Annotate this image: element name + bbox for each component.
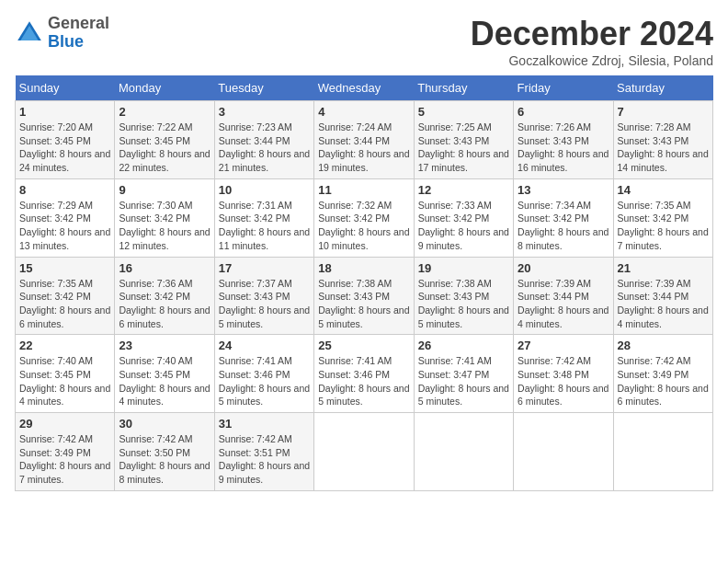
logo-blue: Blue — [48, 33, 109, 52]
title-block: December 2024 Goczalkowice Zdroj, Silesi… — [471, 15, 713, 68]
location: Goczalkowice Zdroj, Silesia, Poland — [471, 53, 713, 68]
calendar-cell: 4Sunrise: 7:24 AM Sunset: 3:44 PM Daylig… — [314, 101, 414, 179]
day-number: 22 — [19, 339, 110, 352]
calendar-cell: 5Sunrise: 7:25 AM Sunset: 3:43 PM Daylig… — [414, 101, 513, 179]
header-cell-wednesday: Wednesday — [314, 75, 414, 101]
calendar-cell: 23Sunrise: 7:40 AM Sunset: 3:45 PM Dayli… — [115, 335, 214, 413]
day-number: 27 — [518, 339, 609, 352]
day-number: 4 — [318, 105, 409, 119]
day-info: Sunrise: 7:24 AM Sunset: 3:44 PM Dayligh… — [318, 121, 409, 175]
day-info: Sunrise: 7:35 AM Sunset: 3:42 PM Dayligh… — [618, 199, 709, 253]
calendar-cell: 29Sunrise: 7:42 AM Sunset: 3:49 PM Dayli… — [16, 413, 115, 491]
day-info: Sunrise: 7:38 AM Sunset: 3:43 PM Dayligh… — [418, 277, 509, 331]
calendar-cell: 26Sunrise: 7:41 AM Sunset: 3:47 PM Dayli… — [414, 335, 513, 413]
header-cell-friday: Friday — [514, 75, 613, 101]
calendar-cell — [314, 413, 414, 491]
day-number: 12 — [418, 183, 509, 197]
day-info: Sunrise: 7:39 AM Sunset: 3:44 PM Dayligh… — [618, 277, 709, 331]
day-number: 18 — [318, 261, 409, 275]
day-number: 7 — [618, 105, 709, 119]
day-info: Sunrise: 7:22 AM Sunset: 3:45 PM Dayligh… — [119, 121, 210, 175]
calendar-week-1: 1Sunrise: 7:20 AM Sunset: 3:45 PM Daylig… — [16, 101, 713, 179]
logo: General Blue — [15, 15, 109, 52]
day-info: Sunrise: 7:40 AM Sunset: 3:45 PM Dayligh… — [119, 354, 210, 408]
calendar-cell: 8Sunrise: 7:29 AM Sunset: 3:42 PM Daylig… — [16, 178, 115, 257]
day-number: 15 — [19, 261, 110, 275]
calendar-body: 1Sunrise: 7:20 AM Sunset: 3:45 PM Daylig… — [16, 101, 713, 491]
calendar-cell: 6Sunrise: 7:26 AM Sunset: 3:43 PM Daylig… — [514, 101, 613, 179]
day-info: Sunrise: 7:25 AM Sunset: 3:43 PM Dayligh… — [418, 121, 509, 175]
day-info: Sunrise: 7:42 AM Sunset: 3:48 PM Dayligh… — [518, 354, 609, 408]
day-number: 11 — [318, 183, 409, 197]
day-info: Sunrise: 7:30 AM Sunset: 3:42 PM Dayligh… — [119, 199, 210, 253]
calendar-cell: 22Sunrise: 7:40 AM Sunset: 3:45 PM Dayli… — [16, 335, 115, 413]
calendar-cell: 28Sunrise: 7:42 AM Sunset: 3:49 PM Dayli… — [613, 335, 712, 413]
calendar-week-3: 15Sunrise: 7:35 AM Sunset: 3:42 PM Dayli… — [16, 257, 713, 335]
day-info: Sunrise: 7:41 AM Sunset: 3:46 PM Dayligh… — [219, 354, 310, 408]
header-cell-sunday: Sunday — [16, 75, 115, 101]
day-number: 21 — [618, 261, 709, 275]
calendar-cell — [414, 413, 513, 491]
calendar-cell: 11Sunrise: 7:32 AM Sunset: 3:42 PM Dayli… — [314, 178, 414, 257]
calendar-cell: 17Sunrise: 7:37 AM Sunset: 3:43 PM Dayli… — [214, 257, 313, 335]
day-info: Sunrise: 7:34 AM Sunset: 3:42 PM Dayligh… — [518, 199, 609, 253]
logo-icon — [15, 18, 44, 48]
calendar-cell: 18Sunrise: 7:38 AM Sunset: 3:43 PM Dayli… — [314, 257, 414, 335]
header-cell-saturday: Saturday — [613, 75, 712, 101]
day-number: 13 — [518, 183, 609, 197]
day-info: Sunrise: 7:40 AM Sunset: 3:45 PM Dayligh… — [19, 354, 110, 408]
day-info: Sunrise: 7:37 AM Sunset: 3:43 PM Dayligh… — [219, 277, 310, 331]
day-number: 8 — [19, 183, 110, 197]
header-row: SundayMondayTuesdayWednesdayThursdayFrid… — [16, 75, 713, 101]
calendar-table: SundayMondayTuesdayWednesdayThursdayFrid… — [15, 75, 713, 491]
day-number: 9 — [119, 183, 210, 197]
calendar-cell: 21Sunrise: 7:39 AM Sunset: 3:44 PM Dayli… — [613, 257, 712, 335]
day-number: 17 — [219, 261, 310, 275]
day-info: Sunrise: 7:26 AM Sunset: 3:43 PM Dayligh… — [518, 121, 609, 175]
calendar-week-5: 29Sunrise: 7:42 AM Sunset: 3:49 PM Dayli… — [16, 413, 713, 491]
calendar-cell: 15Sunrise: 7:35 AM Sunset: 3:42 PM Dayli… — [16, 257, 115, 335]
calendar-cell: 2Sunrise: 7:22 AM Sunset: 3:45 PM Daylig… — [115, 101, 214, 179]
calendar-cell: 27Sunrise: 7:42 AM Sunset: 3:48 PM Dayli… — [514, 335, 613, 413]
calendar-cell: 31Sunrise: 7:42 AM Sunset: 3:51 PM Dayli… — [214, 413, 313, 491]
day-number: 20 — [518, 261, 609, 275]
calendar-cell — [514, 413, 613, 491]
calendar-cell: 25Sunrise: 7:41 AM Sunset: 3:46 PM Dayli… — [314, 335, 414, 413]
day-info: Sunrise: 7:20 AM Sunset: 3:45 PM Dayligh… — [19, 121, 110, 175]
day-number: 25 — [318, 339, 409, 352]
day-info: Sunrise: 7:28 AM Sunset: 3:43 PM Dayligh… — [618, 121, 709, 175]
day-number: 3 — [219, 105, 310, 119]
day-number: 30 — [119, 417, 210, 431]
day-number: 6 — [518, 105, 609, 119]
calendar-cell: 20Sunrise: 7:39 AM Sunset: 3:44 PM Dayli… — [514, 257, 613, 335]
page-header: General Blue December 2024 Goczalkowice … — [15, 15, 713, 68]
calendar-week-4: 22Sunrise: 7:40 AM Sunset: 3:45 PM Dayli… — [16, 335, 713, 413]
day-info: Sunrise: 7:33 AM Sunset: 3:42 PM Dayligh… — [418, 199, 509, 253]
calendar-cell: 16Sunrise: 7:36 AM Sunset: 3:42 PM Dayli… — [115, 257, 214, 335]
calendar-cell: 14Sunrise: 7:35 AM Sunset: 3:42 PM Dayli… — [613, 178, 712, 257]
day-number: 16 — [119, 261, 210, 275]
header-cell-tuesday: Tuesday — [214, 75, 313, 101]
day-number: 26 — [418, 339, 509, 352]
day-number: 28 — [618, 339, 709, 352]
logo-general: General — [48, 15, 109, 33]
day-number: 23 — [119, 339, 210, 352]
day-number: 5 — [418, 105, 509, 119]
day-info: Sunrise: 7:35 AM Sunset: 3:42 PM Dayligh… — [19, 277, 110, 331]
day-number: 14 — [618, 183, 709, 197]
day-info: Sunrise: 7:23 AM Sunset: 3:44 PM Dayligh… — [219, 121, 310, 175]
day-number: 10 — [219, 183, 310, 197]
day-info: Sunrise: 7:38 AM Sunset: 3:43 PM Dayligh… — [318, 277, 409, 331]
calendar-cell: 13Sunrise: 7:34 AM Sunset: 3:42 PM Dayli… — [514, 178, 613, 257]
day-number: 24 — [219, 339, 310, 352]
day-info: Sunrise: 7:42 AM Sunset: 3:49 PM Dayligh… — [618, 354, 709, 408]
day-number: 29 — [19, 417, 110, 431]
calendar-cell: 19Sunrise: 7:38 AM Sunset: 3:43 PM Dayli… — [414, 257, 513, 335]
day-number: 1 — [19, 105, 110, 119]
day-info: Sunrise: 7:36 AM Sunset: 3:42 PM Dayligh… — [119, 277, 210, 331]
month-title: December 2024 — [471, 15, 713, 53]
day-info: Sunrise: 7:42 AM Sunset: 3:51 PM Dayligh… — [219, 432, 310, 487]
calendar-cell: 24Sunrise: 7:41 AM Sunset: 3:46 PM Dayli… — [214, 335, 313, 413]
day-info: Sunrise: 7:41 AM Sunset: 3:46 PM Dayligh… — [318, 354, 409, 408]
day-info: Sunrise: 7:41 AM Sunset: 3:47 PM Dayligh… — [418, 354, 509, 408]
